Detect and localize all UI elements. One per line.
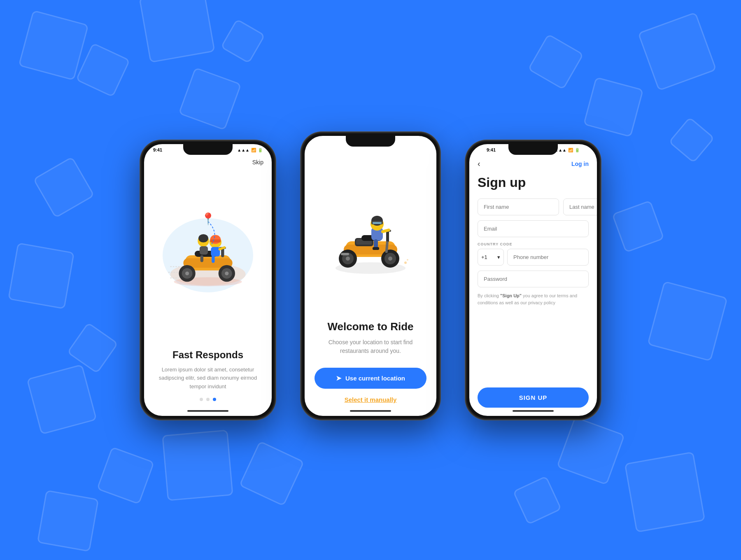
onboard-content: 9:41 ▲▲▲ 📶 🔋 Skip 📍 [144, 144, 272, 416]
svg-rect-20 [200, 246, 208, 254]
country-code-select[interactable]: +1 ▾ [478, 249, 504, 266]
wifi-icon: 📶 [251, 148, 256, 152]
home-indicator-2 [350, 410, 391, 412]
svg-rect-16 [211, 247, 220, 257]
hero-circle: 📍 [163, 218, 253, 292]
home-indicator-1 [187, 410, 228, 412]
signup-header: ‹ Log in [478, 154, 589, 175]
svg-point-50 [404, 261, 407, 264]
svg-rect-39 [386, 231, 389, 242]
phone-welcome: 9:41 ▲▲▲ 📶 🔋 [301, 132, 440, 420]
signal-icon: ▲▲▲ [237, 148, 249, 152]
name-row [478, 198, 589, 215]
svg-point-9 [185, 271, 189, 275]
svg-point-19 [198, 234, 208, 242]
welcome-text-content: Welcome to Ride Choose your location to … [305, 320, 436, 416]
status-icons-3: ▲▲▲ 📶 🔋 [554, 148, 580, 152]
status-icons-1: ▲▲▲ 📶 🔋 [237, 148, 263, 152]
wifi-icon-3: 📶 [568, 148, 573, 152]
notch-2 [346, 136, 395, 147]
signup-screen: 9:41 ▲▲▲ 📶 🔋 ‹ Log in Sign up [469, 144, 597, 416]
status-time-3: 9:41 [487, 147, 496, 152]
dot-2 [206, 398, 210, 401]
location-pin-icon: 📍 [201, 212, 215, 226]
welcome-content: 9:41 ▲▲▲ 📶 🔋 [305, 136, 436, 416]
svg-rect-22 [200, 255, 203, 262]
welcome-title: Welcome to Ride [315, 320, 426, 333]
onboard-title: Fast Responds [156, 349, 259, 361]
welcome-hero [305, 146, 436, 320]
battery-icon-3: 🔋 [575, 148, 580, 152]
select-manually-label: Select it manually [345, 396, 397, 403]
svg-point-36 [346, 257, 350, 261]
svg-rect-21 [212, 255, 214, 263]
phone-onboarding: 9:41 ▲▲▲ 📶 🔋 Skip 📍 [140, 140, 276, 420]
pagination-dots [156, 391, 259, 408]
svg-rect-43 [374, 239, 378, 248]
welcome-description: Choose your location to start find resta… [315, 338, 426, 355]
status-time-1: 9:41 [153, 147, 162, 152]
signup-content: 9:41 ▲▲▲ 📶 🔋 ‹ Log in Sign up [469, 144, 597, 416]
back-button[interactable]: ‹ [478, 159, 480, 168]
email-input[interactable] [478, 220, 589, 237]
svg-rect-48 [373, 222, 382, 224]
dropdown-arrow-icon: ▾ [497, 254, 500, 260]
terms-text: By clicking "Sign Up" you agree to our t… [478, 292, 589, 306]
use-location-label: Use current location [345, 375, 405, 382]
country-code-label: COUNTRY CODE [478, 242, 589, 246]
home-indicator-3 [513, 410, 554, 412]
select-manually-button[interactable]: Select it manually [345, 396, 397, 403]
onboarding-screen: 9:41 ▲▲▲ 📶 🔋 Skip 📍 [144, 144, 272, 416]
dot-1 [200, 398, 203, 401]
phone-signup: 9:41 ▲▲▲ 📶 🔋 ‹ Log in Sign up [465, 140, 601, 420]
notch-1 [183, 144, 233, 155]
signup-button[interactable]: SIGN UP [478, 387, 589, 408]
svg-point-6 [225, 271, 228, 275]
onboard-hero: 📍 [144, 166, 272, 345]
skip-button[interactable]: Skip [144, 154, 272, 166]
svg-rect-44 [373, 247, 379, 250]
dot-3-active [213, 398, 216, 401]
rider-illustration [325, 196, 416, 278]
welcome-screen: 9:41 ▲▲▲ 📶 🔋 [305, 136, 436, 416]
country-code-value: +1 [481, 254, 487, 260]
two-rider-illustration [163, 214, 253, 296]
password-input[interactable] [478, 271, 589, 287]
svg-rect-37 [341, 253, 349, 255]
login-link[interactable]: Log in [571, 161, 589, 167]
phone-number-input[interactable] [507, 249, 589, 266]
onboard-text: Fast Responds Lorem ipsum dolor sit amet… [144, 345, 272, 416]
phones-container: 9:41 ▲▲▲ 📶 🔋 Skip 📍 [140, 140, 601, 420]
location-arrow-icon: ➤ [336, 374, 341, 382]
battery-icon: 🔋 [258, 148, 263, 152]
last-name-input[interactable] [563, 198, 597, 215]
notch-3 [508, 144, 558, 155]
svg-point-51 [407, 259, 408, 261]
signup-title: Sign up [478, 175, 589, 190]
onboard-description: Lorem ipsum dolor sit amet, consetetur s… [156, 366, 259, 391]
spacer [478, 314, 589, 387]
svg-point-33 [388, 257, 392, 261]
use-location-button[interactable]: ➤ Use current location [315, 368, 426, 389]
svg-rect-15 [210, 239, 221, 242]
phone-row: +1 ▾ [478, 249, 589, 266]
first-name-input[interactable] [478, 198, 559, 215]
